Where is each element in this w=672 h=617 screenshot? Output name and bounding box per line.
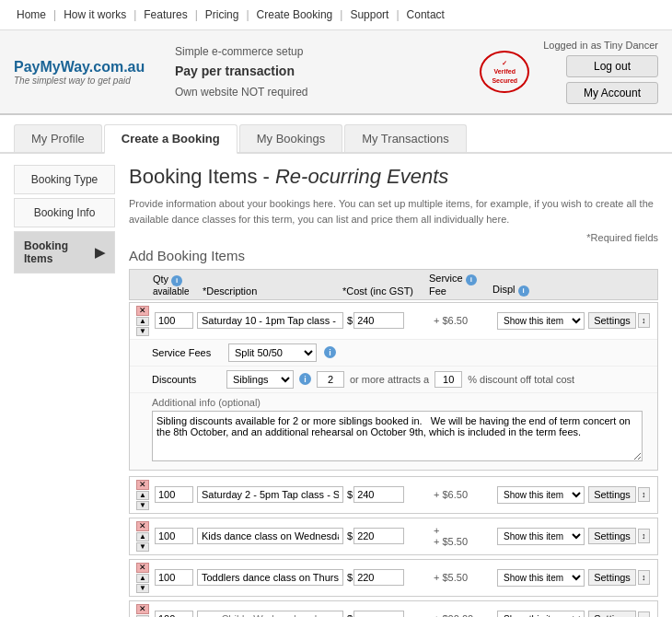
- item-5-display-select[interactable]: Show this item Hide this item: [497, 611, 585, 618]
- verified-badge: ✓ Verifed Secured: [480, 51, 529, 93]
- discounts-select-1[interactable]: Siblings None Early bird: [226, 370, 294, 389]
- item-4-cost[interactable]: [353, 569, 404, 586]
- sidebar: Booking Type Booking Info Booking Items …: [14, 165, 115, 617]
- item-block-2: ✕ ▲ ▼ $ + $6.50 Show this item Hide this…: [129, 476, 658, 514]
- item-3-delete-btn[interactable]: ✕: [136, 521, 149, 531]
- brand: PayMyWay.com.au The simplest way to get …: [14, 59, 161, 86]
- logout-button[interactable]: Log out: [566, 55, 658, 77]
- item-4-settings-btn[interactable]: Settings: [588, 569, 636, 586]
- item-2-down-btn[interactable]: ▼: [136, 501, 149, 510]
- item-4-display-select[interactable]: Show this item Hide this item: [497, 569, 585, 587]
- item-3-down-btn[interactable]: ▼: [136, 542, 149, 552]
- tagline3: Own website NOT required: [175, 83, 466, 101]
- service-fees-select-1[interactable]: Split 50/50 Buyer pays all Seller pays a…: [228, 343, 317, 362]
- item-3-settings: Settings ↕: [588, 528, 653, 544]
- item-4-up-btn[interactable]: ▲: [136, 574, 149, 583]
- item-4-cost-field: $: [347, 569, 430, 586]
- col-display-header: Displ i: [492, 284, 585, 297]
- tab-create-booking[interactable]: Create a Booking: [104, 124, 238, 154]
- item-2-display-select[interactable]: Show this item Hide this item: [497, 486, 585, 504]
- item-block-5: ✕ ▲ ▼ $ + $00.00 Show this item Hide thi…: [129, 600, 658, 618]
- section-title: Add Booking Items: [129, 248, 658, 263]
- col-cost-header: *Cost (inc GST): [342, 285, 425, 297]
- page-title: Booking Items - Re-ocurring Events: [129, 165, 658, 189]
- item-1-delete-btn[interactable]: ✕: [136, 306, 149, 316]
- item-2-qty[interactable]: [155, 486, 193, 503]
- service-fees-info-icon[interactable]: i: [324, 346, 336, 358]
- cost-prefix-5: $: [347, 613, 353, 617]
- item-5-cost[interactable]: [353, 611, 404, 617]
- page-description: Provide information about your bookings …: [129, 196, 658, 227]
- item-3-up-btn[interactable]: ▲: [136, 532, 149, 541]
- item-2-delete-btn[interactable]: ✕: [136, 480, 149, 490]
- item-4-settings: Settings ↕: [588, 569, 653, 586]
- item-2-service-fee: + $6.50: [434, 489, 493, 500]
- item-3-desc[interactable]: [197, 528, 343, 544]
- item-5-service-fee: + $00.00: [434, 613, 493, 617]
- item-4-down-btn[interactable]: ▼: [136, 584, 149, 593]
- item-4-qty[interactable]: [155, 569, 193, 586]
- sidebar-item-booking-items[interactable]: Booking Items ▶: [14, 231, 115, 274]
- item-4-delete-btn[interactable]: ✕: [136, 563, 149, 573]
- item-5-qty[interactable]: [155, 611, 193, 617]
- nav-pricing[interactable]: Pricing: [198, 6, 247, 24]
- nav-home[interactable]: Home: [9, 6, 53, 24]
- item-2-desc[interactable]: [197, 486, 343, 503]
- item-3-expand-btn[interactable]: ↕: [638, 529, 650, 543]
- nav-contact[interactable]: Contact: [400, 6, 452, 24]
- nav-bar: Home | How it works | Features | Pricing…: [0, 0, 672, 30]
- item-1-desc[interactable]: [197, 312, 343, 329]
- service-info-icon[interactable]: i: [466, 274, 477, 285]
- item-row-1: ✕ ▲ ▼ $ + $6.50 Show this item Hide this…: [130, 303, 657, 339]
- discounts-label-1: Discounts: [152, 374, 221, 385]
- discount-pct-input-1[interactable]: [434, 371, 462, 388]
- item-3-settings-btn[interactable]: Settings: [588, 528, 636, 544]
- item-3-cost[interactable]: [353, 528, 404, 544]
- item-1-service-fees-row: Service Fees Split 50/50 Buyer pays all …: [130, 339, 657, 366]
- item-3-controls: ✕ ▲ ▼: [134, 521, 151, 552]
- item-3-service-fee: ++ $5.50: [434, 525, 493, 547]
- discount-num-input-1[interactable]: [317, 371, 344, 388]
- item-2-cost-field: $: [347, 486, 430, 503]
- item-2-settings: Settings ↕: [588, 486, 653, 503]
- display-info-icon[interactable]: i: [518, 285, 529, 297]
- item-3-cost-field: $: [347, 528, 430, 544]
- item-4-desc[interactable]: [197, 569, 343, 586]
- item-4-expand-btn[interactable]: ↕: [638, 570, 650, 585]
- nav-how-it-works[interactable]: How it works: [56, 6, 133, 24]
- discounts-info-icon[interactable]: i: [299, 373, 311, 385]
- tab-my-bookings[interactable]: My Bookings: [239, 124, 342, 152]
- item-3-display-select[interactable]: Show this item Hide this item: [497, 528, 585, 545]
- additional-textarea-1[interactable]: Sibling discounts available for 2 or mor…: [152, 411, 643, 461]
- my-account-button[interactable]: My Account: [566, 82, 658, 104]
- item-3-qty[interactable]: [155, 528, 193, 544]
- sidebar-item-booking-info[interactable]: Booking Info: [14, 198, 115, 227]
- item-1-settings-btn[interactable]: Settings: [588, 312, 636, 329]
- col-qty-header: Qty i available: [153, 274, 199, 297]
- item-5-controls: ✕ ▲ ▼: [134, 604, 151, 618]
- item-5-delete-btn[interactable]: ✕: [136, 604, 149, 614]
- item-1-display-select[interactable]: Show this item Hide this item: [497, 312, 585, 330]
- item-1-qty[interactable]: [155, 312, 193, 329]
- nav-create-booking[interactable]: Create Booking: [249, 6, 341, 24]
- col-service-header: Service iFee: [429, 273, 489, 297]
- item-1-up-btn[interactable]: ▲: [136, 317, 149, 326]
- item-5-settings-btn[interactable]: Settings: [588, 611, 636, 617]
- nav-features[interactable]: Features: [136, 6, 194, 24]
- item-2-cost[interactable]: [353, 486, 404, 503]
- tab-my-transactions[interactable]: My Transactions: [344, 124, 467, 152]
- item-2-settings-btn[interactable]: Settings: [588, 486, 636, 503]
- item-1-down-btn[interactable]: ▼: [136, 327, 149, 336]
- tab-my-profile[interactable]: My Profile: [14, 124, 102, 152]
- item-1-cost[interactable]: [353, 312, 404, 329]
- item-1-discounts-row: Discounts Siblings None Early bird i or …: [130, 366, 657, 392]
- item-5-expand-btn[interactable]: ↕: [638, 611, 650, 617]
- nav-support[interactable]: Support: [342, 6, 396, 24]
- item-2-expand-btn[interactable]: ↕: [638, 487, 650, 502]
- service-fees-label-1: Service Fees: [152, 347, 221, 358]
- sidebar-item-booking-type[interactable]: Booking Type: [14, 165, 115, 194]
- item-5-desc[interactable]: [197, 611, 343, 617]
- qty-info-icon[interactable]: i: [171, 275, 182, 286]
- item-2-up-btn[interactable]: ▲: [136, 491, 149, 500]
- item-1-expand-btn[interactable]: ↕: [638, 313, 650, 328]
